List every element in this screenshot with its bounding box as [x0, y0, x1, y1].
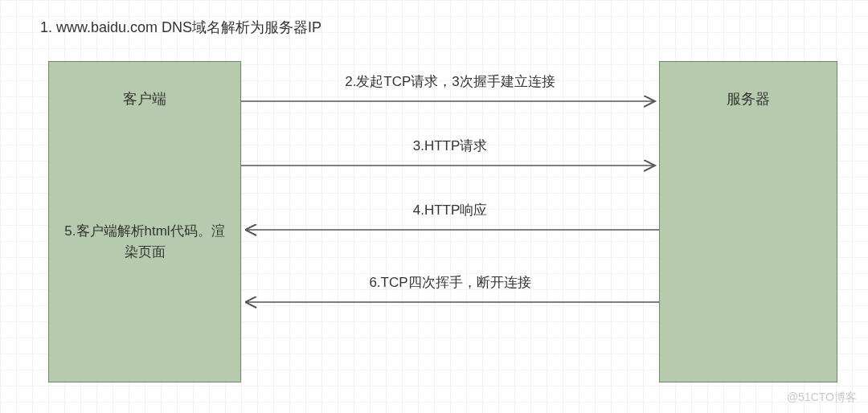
diagram-canvas: 1. www.baidu.com DNS域名解析为服务器IP 客户端 5.客户端…	[0, 0, 868, 413]
arrow-left-icon	[241, 224, 659, 235]
client-box: 客户端 5.客户端解析html代码。渲染页面	[48, 61, 241, 382]
diagram-title: 1. www.baidu.com DNS域名解析为服务器IP	[40, 18, 321, 37]
arrow-2-label: 2.发起TCP请求，3次握手建立连接	[345, 72, 555, 91]
arrow-3: 3.HTTP请求	[241, 137, 659, 171]
arrow-2: 2.发起TCP请求，3次握手建立连接	[241, 72, 659, 107]
client-label: 客户端	[123, 89, 166, 108]
arrow-3-label: 3.HTTP请求	[413, 137, 488, 155]
arrow-6: 6.TCP四次挥手，断开连接	[241, 273, 659, 308]
client-note: 5.客户端解析html代码。渲染页面	[49, 221, 240, 262]
server-label: 服务器	[727, 89, 770, 108]
server-box: 服务器	[659, 61, 837, 382]
arrow-4: 4.HTTP响应	[241, 201, 659, 235]
arrow-left-icon	[241, 296, 659, 308]
arrow-4-label: 4.HTTP响应	[413, 201, 488, 219]
arrow-6-label: 6.TCP四次挥手，断开连接	[369, 273, 530, 292]
watermark: @51CTO博客	[787, 391, 857, 405]
arrow-right-icon	[241, 160, 659, 171]
arrow-right-icon	[241, 96, 659, 107]
